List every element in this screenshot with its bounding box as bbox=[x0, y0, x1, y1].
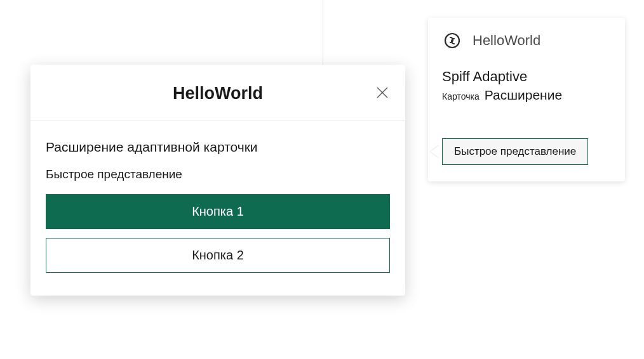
modal-body: Расширение адаптивной карточки Быстрое п… bbox=[30, 121, 405, 296]
modal-header: HelloWorld bbox=[30, 65, 405, 121]
card-line2-prefix: Карточка bbox=[442, 91, 480, 101]
card-line2: Карточка Расширение bbox=[442, 88, 611, 103]
card-line2-main: Расширение bbox=[485, 88, 562, 103]
modal-subtitle: Быстрое представление bbox=[46, 167, 390, 181]
quick-view-modal: HelloWorld Расширение адаптивной карточк… bbox=[30, 65, 405, 296]
card-header: HelloWorld bbox=[442, 30, 611, 51]
callout-pointer-icon bbox=[431, 145, 439, 158]
adaptive-card-preview: HelloWorld Spiff Adaptive Карточка Расши… bbox=[428, 18, 625, 181]
modal-description: Расширение адаптивной карточки bbox=[46, 140, 390, 155]
close-icon[interactable] bbox=[375, 85, 390, 100]
modal-title: HelloWorld bbox=[173, 84, 263, 103]
card-line1: Spiff Adaptive bbox=[442, 69, 611, 85]
card-title: HelloWorld bbox=[473, 32, 540, 49]
quick-view-button[interactable]: Быстрое представление bbox=[442, 138, 588, 165]
button-1[interactable]: Кнопка 1 bbox=[46, 194, 390, 229]
link-chain-icon bbox=[442, 30, 462, 51]
button-2[interactable]: Кнопка 2 bbox=[46, 238, 390, 273]
